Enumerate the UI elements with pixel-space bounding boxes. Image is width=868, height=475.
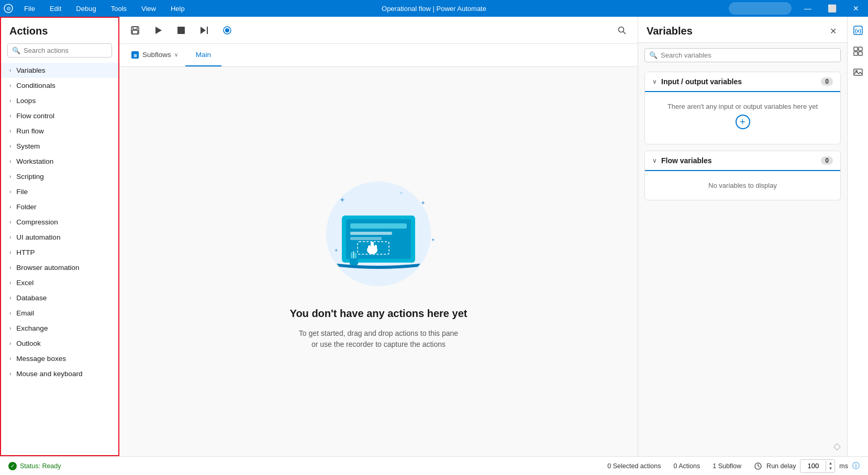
minimize-button[interactable]: —	[796, 0, 820, 17]
save-button[interactable]	[126, 21, 144, 40]
action-label: Email	[16, 309, 34, 317]
variables-strip-button[interactable]: {x}	[849, 21, 867, 40]
chevron-icon: ›	[9, 83, 11, 88]
action-item-excel[interactable]: › Excel	[1, 275, 118, 290]
svg-text:✦: ✦	[420, 199, 426, 207]
chevron-icon: ›	[9, 219, 11, 225]
svg-rect-6	[177, 27, 185, 34]
action-item-browser-automation[interactable]: › Browser automation	[1, 260, 118, 275]
svg-rect-39	[859, 47, 862, 51]
action-item-scripting[interactable]: › Scripting	[1, 169, 118, 184]
window-title: Operational flow | Power Automate	[382, 5, 486, 13]
menu-help[interactable]: Help	[163, 0, 192, 17]
next-step-button[interactable]	[195, 21, 214, 40]
chevron-icon: ›	[9, 143, 11, 149]
run-button[interactable]	[149, 21, 168, 40]
action-label: Outlook	[16, 340, 41, 347]
action-item-workstation[interactable]: › Workstation	[1, 154, 118, 169]
action-item-loops[interactable]: › Loops	[1, 93, 118, 108]
chevron-icon: ›	[9, 325, 11, 331]
variables-close-button[interactable]: ✕	[828, 24, 839, 38]
action-label: Scripting	[16, 173, 44, 180]
svg-marker-5	[155, 27, 162, 34]
assets-strip-button[interactable]	[849, 42, 867, 61]
subflow-count: 1 Subflow	[713, 462, 741, 470]
chevron-icon: ›	[9, 128, 11, 134]
svg-point-10	[225, 28, 229, 32]
close-button[interactable]: ✕	[844, 0, 868, 17]
svg-rect-35	[355, 253, 357, 258]
svg-line-46	[758, 466, 760, 467]
svg-text:✦: ✦	[339, 196, 346, 204]
action-item-message-boxes[interactable]: › Message boxes	[1, 351, 118, 366]
action-label: File	[16, 188, 28, 196]
input-output-section-header[interactable]: ∨ Input / output variables 0	[645, 72, 840, 92]
search-actions-input[interactable]	[24, 47, 107, 54]
svg-text:✦: ✦	[399, 191, 403, 196]
empty-subtitle: To get started, drag and drop actions to…	[299, 328, 458, 350]
menu-view[interactable]: View	[134, 0, 163, 17]
action-item-variables[interactable]: › Variables	[1, 63, 118, 78]
action-label: Mouse and keyboard	[16, 370, 82, 378]
flow-variables-section-header[interactable]: ∨ Flow variables 0	[645, 151, 840, 171]
flow-variables-section: ∨ Flow variables 0 No variables to displ…	[644, 151, 841, 200]
variables-title: Variables	[647, 25, 828, 37]
section-chevron-icon: ∨	[652, 78, 657, 85]
eraser-button[interactable]: ◇	[833, 440, 841, 452]
record-button[interactable]	[218, 21, 237, 40]
action-label: Conditionals	[16, 82, 55, 89]
search-variables-input[interactable]	[661, 51, 836, 59]
action-item-mouse-keyboard[interactable]: › Mouse and keyboard	[1, 366, 118, 381]
tab-subflows-label: Subflows	[142, 51, 171, 59]
action-label: Exchange	[16, 324, 48, 332]
chevron-icon: ›	[9, 250, 11, 255]
chevron-icon: ›	[9, 295, 11, 301]
svg-line-12	[624, 31, 626, 34]
action-item-flow-control[interactable]: › Flow control	[1, 108, 118, 123]
menu-edit[interactable]: Edit	[42, 0, 69, 17]
menu-tools[interactable]: Tools	[104, 0, 134, 17]
actions-search-box[interactable]: 🔍	[7, 43, 112, 58]
menu-debug[interactable]: Debug	[69, 0, 103, 17]
action-item-folder[interactable]: › Folder	[1, 199, 118, 214]
action-item-compression[interactable]: › Compression	[1, 214, 118, 230]
action-item-file[interactable]: › File	[1, 184, 118, 199]
run-delay-up-button[interactable]: ▲	[826, 461, 834, 466]
tab-subflows[interactable]: ⊞ Subflows ∨	[124, 44, 185, 66]
action-item-outlook[interactable]: › Outlook	[1, 336, 118, 351]
chevron-icon: ›	[9, 67, 11, 73]
chevron-icon: ›	[9, 341, 11, 346]
svg-rect-30	[368, 245, 371, 250]
action-item-ui-automation[interactable]: › UI automation	[1, 230, 118, 245]
toolbar	[119, 17, 638, 44]
chevron-icon: ›	[9, 204, 11, 210]
action-label: Variables	[16, 66, 45, 74]
status-bar: Status: Ready 0 Selected actions 0 Actio…	[0, 456, 868, 475]
image-strip-button[interactable]	[849, 63, 867, 82]
action-item-conditionals[interactable]: › Conditionals	[1, 78, 118, 93]
action-label: Excel	[16, 279, 34, 287]
tab-main[interactable]: Main	[185, 44, 221, 66]
run-delay-down-button[interactable]: ▼	[826, 466, 834, 471]
action-label: Folder	[16, 203, 36, 211]
toolbar-search-button[interactable]	[613, 21, 631, 40]
action-item-http[interactable]: › HTTP	[1, 245, 118, 260]
add-variable-button[interactable]: +	[736, 115, 750, 129]
action-item-database[interactable]: › Database	[1, 290, 118, 306]
action-item-exchange[interactable]: › Exchange	[1, 321, 118, 336]
maximize-button[interactable]: ⬜	[820, 0, 844, 17]
info-icon[interactable]: ⓘ	[852, 461, 860, 471]
svg-rect-24	[350, 232, 392, 235]
action-item-email[interactable]: › Email	[1, 306, 118, 321]
stop-button[interactable]	[172, 21, 191, 40]
input-output-section: ∨ Input / output variables 0 There aren'…	[644, 72, 841, 144]
chevron-icon: ›	[9, 371, 11, 377]
run-delay-input[interactable]	[800, 460, 826, 472]
svg-point-11	[619, 27, 624, 32]
action-item-system[interactable]: › System	[1, 139, 118, 154]
eraser-area: ◇	[638, 436, 847, 456]
chevron-icon: ›	[9, 98, 11, 104]
menu-file[interactable]: File	[17, 0, 42, 17]
action-item-run-flow[interactable]: › Run flow	[1, 123, 118, 139]
variables-search-box[interactable]: 🔍	[644, 48, 841, 62]
